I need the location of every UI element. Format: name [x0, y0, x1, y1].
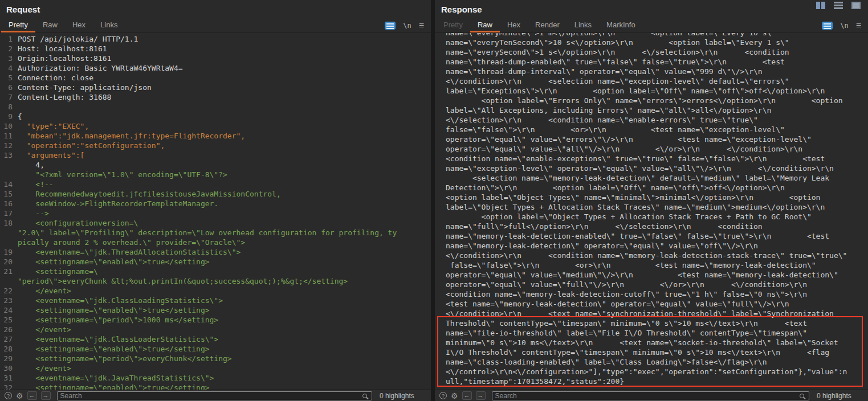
repeater-window: Request Pretty Raw Hex Links \n ≡ 1POST … — [0, 0, 868, 401]
request-panel: Request Pretty Raw Hex Links \n ≡ 1POST … — [0, 0, 431, 401]
code-text: <option label=\"Object Types + Allocatio… — [446, 212, 812, 222]
editor-menu-icon[interactable]: ≡ — [419, 21, 424, 30]
response-panel: Response Pretty Raw Hex Render Links Mar… — [435, 0, 868, 401]
code-text: 4, — [18, 160, 44, 170]
response-tabbar: Pretty Raw Hex Render Links MarkInfo \n … — [435, 18, 868, 33]
code-line: 10 "type":"EXEC", — [0, 121, 431, 131]
search-field — [57, 391, 372, 400]
code-line: 14 <!-- — [0, 179, 431, 189]
tab-response-raw[interactable]: Raw — [470, 18, 500, 32]
code-text: <selection name=\"memory-leak-detection\… — [446, 173, 829, 183]
code-text: <\/control>\r\n<\/configuration>"],"type… — [446, 367, 847, 377]
code-text: <settingname=\"enabled\">true</setting> — [18, 305, 210, 315]
code-text: I\/O Threshold\" contentType=\"timespan\… — [446, 347, 829, 357]
help-icon[interactable]: ? — [5, 392, 12, 399]
code-text: <configurationversion=\ — [18, 218, 138, 228]
code-text: false=\"false\">\r\n <or>\r\n <test name… — [446, 125, 785, 134]
highlight-count: 0 highlights — [816, 392, 863, 400]
code-line: 4, — [0, 160, 431, 170]
code-text: </event> — [18, 325, 71, 334]
code-text: { — [18, 112, 22, 121]
code-line: 1POST /api/jolokia/ HTTP/1.1 — [0, 34, 431, 44]
tab-response-hex[interactable]: Hex — [500, 18, 528, 32]
search-settings-gear-icon[interactable]: ⚙ — [451, 392, 458, 400]
code-text: <condition name=\"memory-leak-detection-… — [446, 289, 807, 299]
code-text: <eventname=\"jdk.JavaThreadStatistics\"> — [18, 373, 214, 383]
tab-request-raw[interactable]: Raw — [35, 18, 65, 32]
next-match-button[interactable]: → — [476, 391, 486, 400]
code-line: 25 <settingname=\"period\">1000 ms</sett… — [0, 315, 431, 325]
tab-response-markinfo[interactable]: MarkInfo — [599, 18, 643, 32]
tab-response-render[interactable]: Render — [528, 18, 567, 32]
line-number: 18 — [0, 218, 13, 228]
code-text: POST /api/jolokia/ HTTP/1.1 — [18, 34, 138, 44]
code-text: "arguments":[ — [18, 150, 84, 160]
code-line: 19 <eventname=\"jdk.ThreadAllocationStat… — [0, 247, 431, 257]
response-search-bar: ? ⚙ ← → 0 highlights — [435, 390, 868, 401]
prev-match-button[interactable]: ← — [27, 391, 37, 400]
code-line: 18 <configurationversion=\ — [0, 218, 431, 228]
request-editor[interactable]: 1POST /api/jolokia/ HTTP/1.12Host: local… — [0, 33, 431, 390]
pretty-print-icon[interactable] — [822, 22, 833, 30]
search-input[interactable] — [495, 392, 800, 399]
code-text: pically around 2 % overhead.\" provider=… — [18, 238, 245, 247]
code-line: name=\"exception-level\" operator=\"equa… — [446, 163, 868, 173]
line-number: 1 — [0, 34, 13, 44]
code-text: label=\"Exceptions\">\r\n <option label=… — [446, 86, 825, 96]
layout-columns-icon[interactable] — [816, 2, 825, 9]
layout-rows-icon[interactable] — [834, 2, 843, 9]
code-line: <\/condition>\r\n <text name=\"synchroni… — [446, 309, 868, 318]
tab-request-links[interactable]: Links — [93, 18, 125, 32]
code-line: name=\"everyTenSecond\">10 s<\/option>\r… — [446, 38, 868, 47]
line-number: 5 — [0, 73, 13, 83]
line-number: 25 — [0, 315, 13, 325]
tab-response-links[interactable]: Links — [567, 18, 599, 32]
code-line: 21 <settingname=\ — [0, 267, 431, 276]
code-text: label=\"All Exceptions, including Errors… — [446, 105, 771, 115]
code-line: name=\"memory-leak-detection-enabled\" t… — [446, 231, 868, 241]
line-number: 19 — [0, 247, 13, 257]
code-text: </event> — [18, 363, 71, 373]
code-text: <option label=\"Object Types\" name=\"mi… — [446, 193, 820, 202]
panel-divider[interactable] — [431, 0, 435, 401]
code-line: name=\"thread-dump-interval\" operator=\… — [446, 67, 868, 76]
search-settings-gear-icon[interactable]: ⚙ — [16, 392, 23, 400]
help-icon[interactable]: ? — [439, 392, 447, 399]
pretty-print-icon[interactable] — [385, 22, 396, 30]
tab-response-pretty[interactable]: Pretty — [436, 18, 470, 32]
code-text: <settingname=\ — [18, 267, 98, 276]
line-number: 30 — [0, 363, 13, 373]
response-panel-title: Response — [435, 0, 868, 18]
code-text: name=\"thread-dump-interval\" operator=\… — [446, 67, 763, 76]
request-search-bar: ? ⚙ ← → 0 highlights — [0, 390, 431, 401]
code-line: 5Connection: close — [0, 73, 431, 83]
next-match-button[interactable]: → — [41, 391, 51, 400]
code-text: minimum=\"0 s\">10 ms<\/text>\r\n <text … — [446, 338, 838, 347]
code-text: name=\"everySecond\">1 s<\/option>\r\n <… — [446, 47, 789, 57]
code-line: name=\"file-io-threshold\" label=\"File … — [446, 328, 868, 338]
line-number: 11 — [0, 131, 13, 141]
newline-toggle[interactable]: \n — [840, 22, 848, 30]
code-line: <option label=\"Object Types + Allocatio… — [446, 212, 868, 222]
tab-request-pretty[interactable]: Pretty — [1, 18, 35, 32]
prev-match-button[interactable]: ← — [462, 391, 472, 400]
code-line: <condition name=\"enable-exceptions\" tr… — [446, 154, 868, 163]
line-number: 22 — [0, 286, 13, 296]
search-input[interactable] — [60, 392, 362, 399]
code-text: Threshold\" contentType=\"timespan\" min… — [446, 318, 807, 328]
newline-toggle[interactable]: \n — [403, 22, 411, 30]
tab-request-hex[interactable]: Hex — [65, 18, 93, 32]
code-line: 30 </event> — [0, 363, 431, 373]
code-text: name=\"memory-leak-detection-enabled\" t… — [446, 231, 829, 241]
code-line: operator=\"equal\" value=\"all\"\/>\r\n … — [446, 144, 868, 154]
code-line: <condition name=\"memory-leak-detection-… — [446, 289, 868, 299]
magnifier-icon — [800, 394, 804, 398]
code-text: name=\"everyMinute\">1 m<\/option>\r\n <… — [446, 33, 776, 38]
editor-menu-icon[interactable]: ≡ — [856, 21, 861, 30]
line-number: 17 — [0, 208, 13, 218]
code-text: "period\">everyChunk &lt;%out.printIn(&q… — [18, 276, 348, 286]
code-text: <settingname=\"enabled\">true</setting> — [18, 383, 210, 390]
code-text: "2.0\" label=\"Profiling\" description=\… — [18, 228, 397, 238]
layout-single-icon[interactable] — [851, 2, 861, 9]
code-text: <test name=\"memory-leak-detection\" ope… — [446, 299, 789, 309]
